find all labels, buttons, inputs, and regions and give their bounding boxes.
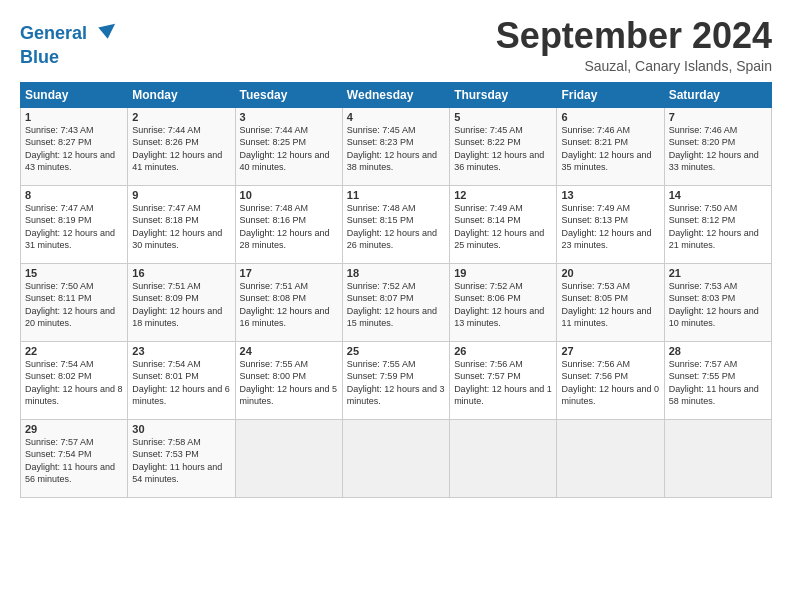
day-sunrise: Sunrise: 7:53 AM xyxy=(561,281,630,291)
calendar-day: 4 Sunrise: 7:45 AM Sunset: 8:23 PM Dayli… xyxy=(342,107,449,185)
calendar-day: 18 Sunrise: 7:52 AM Sunset: 8:07 PM Dayl… xyxy=(342,263,449,341)
day-sunrise: Sunrise: 7:57 AM xyxy=(669,359,738,369)
col-tuesday: Tuesday xyxy=(235,82,342,107)
logo-text: General xyxy=(20,24,87,44)
day-number: 14 xyxy=(669,189,767,201)
day-sunrise: Sunrise: 7:44 AM xyxy=(240,125,309,135)
calendar-day xyxy=(450,419,557,497)
day-sunset: Sunset: 8:01 PM xyxy=(132,371,199,381)
calendar-day: 3 Sunrise: 7:44 AM Sunset: 8:25 PM Dayli… xyxy=(235,107,342,185)
calendar-day: 23 Sunrise: 7:54 AM Sunset: 8:01 PM Dayl… xyxy=(128,341,235,419)
col-monday: Monday xyxy=(128,82,235,107)
day-number: 28 xyxy=(669,345,767,357)
day-sunrise: Sunrise: 7:56 AM xyxy=(561,359,630,369)
svg-marker-0 xyxy=(98,24,115,39)
day-daylight: Daylight: 12 hours and 8 minutes. xyxy=(25,384,123,407)
col-thursday: Thursday xyxy=(450,82,557,107)
day-number: 27 xyxy=(561,345,659,357)
day-sunset: Sunset: 8:13 PM xyxy=(561,215,628,225)
day-daylight: Daylight: 12 hours and 33 minutes. xyxy=(669,150,759,173)
day-sunset: Sunset: 7:55 PM xyxy=(669,371,736,381)
day-sunset: Sunset: 8:15 PM xyxy=(347,215,414,225)
calendar-day: 13 Sunrise: 7:49 AM Sunset: 8:13 PM Dayl… xyxy=(557,185,664,263)
calendar-day: 11 Sunrise: 7:48 AM Sunset: 8:15 PM Dayl… xyxy=(342,185,449,263)
day-sunset: Sunset: 8:20 PM xyxy=(669,137,736,147)
day-sunset: Sunset: 8:26 PM xyxy=(132,137,199,147)
day-sunrise: Sunrise: 7:43 AM xyxy=(25,125,94,135)
day-daylight: Daylight: 12 hours and 10 minutes. xyxy=(669,306,759,329)
day-sunrise: Sunrise: 7:49 AM xyxy=(454,203,523,213)
title-block: September 2024 Sauzal, Canary Islands, S… xyxy=(496,16,772,74)
day-number: 13 xyxy=(561,189,659,201)
day-number: 5 xyxy=(454,111,552,123)
day-number: 4 xyxy=(347,111,445,123)
calendar-table: Sunday Monday Tuesday Wednesday Thursday… xyxy=(20,82,772,498)
day-sunrise: Sunrise: 7:57 AM xyxy=(25,437,94,447)
calendar-day: 17 Sunrise: 7:51 AM Sunset: 8:08 PM Dayl… xyxy=(235,263,342,341)
day-sunrise: Sunrise: 7:54 AM xyxy=(25,359,94,369)
day-sunrise: Sunrise: 7:56 AM xyxy=(454,359,523,369)
day-sunset: Sunset: 7:53 PM xyxy=(132,449,199,459)
calendar-day xyxy=(664,419,771,497)
calendar-day: 26 Sunrise: 7:56 AM Sunset: 7:57 PM Dayl… xyxy=(450,341,557,419)
day-daylight: Daylight: 12 hours and 28 minutes. xyxy=(240,228,330,251)
day-sunset: Sunset: 8:16 PM xyxy=(240,215,307,225)
day-sunset: Sunset: 8:18 PM xyxy=(132,215,199,225)
day-sunrise: Sunrise: 7:54 AM xyxy=(132,359,201,369)
day-number: 17 xyxy=(240,267,338,279)
calendar-week-row: 29 Sunrise: 7:57 AM Sunset: 7:54 PM Dayl… xyxy=(21,419,772,497)
day-number: 12 xyxy=(454,189,552,201)
day-daylight: Daylight: 12 hours and 3 minutes. xyxy=(347,384,445,407)
col-friday: Friday xyxy=(557,82,664,107)
day-sunrise: Sunrise: 7:47 AM xyxy=(25,203,94,213)
logo-icon xyxy=(89,20,117,48)
day-sunset: Sunset: 8:19 PM xyxy=(25,215,92,225)
day-number: 7 xyxy=(669,111,767,123)
day-number: 6 xyxy=(561,111,659,123)
day-sunrise: Sunrise: 7:46 AM xyxy=(561,125,630,135)
day-daylight: Daylight: 12 hours and 1 minute. xyxy=(454,384,552,407)
calendar-day xyxy=(342,419,449,497)
col-saturday: Saturday xyxy=(664,82,771,107)
header-row-days: Sunday Monday Tuesday Wednesday Thursday… xyxy=(21,82,772,107)
day-daylight: Daylight: 11 hours and 56 minutes. xyxy=(25,462,115,485)
day-sunrise: Sunrise: 7:48 AM xyxy=(347,203,416,213)
day-number: 16 xyxy=(132,267,230,279)
day-daylight: Daylight: 12 hours and 35 minutes. xyxy=(561,150,651,173)
day-daylight: Daylight: 12 hours and 43 minutes. xyxy=(25,150,115,173)
day-sunrise: Sunrise: 7:55 AM xyxy=(240,359,309,369)
calendar-day: 24 Sunrise: 7:55 AM Sunset: 8:00 PM Dayl… xyxy=(235,341,342,419)
day-daylight: Daylight: 12 hours and 38 minutes. xyxy=(347,150,437,173)
calendar-day: 28 Sunrise: 7:57 AM Sunset: 7:55 PM Dayl… xyxy=(664,341,771,419)
day-daylight: Daylight: 12 hours and 6 minutes. xyxy=(132,384,230,407)
day-number: 2 xyxy=(132,111,230,123)
day-number: 23 xyxy=(132,345,230,357)
calendar-day: 5 Sunrise: 7:45 AM Sunset: 8:22 PM Dayli… xyxy=(450,107,557,185)
day-sunset: Sunset: 7:59 PM xyxy=(347,371,414,381)
page-container: General Blue September 2024 Sauzal, Cana… xyxy=(0,0,792,508)
day-sunrise: Sunrise: 7:52 AM xyxy=(347,281,416,291)
day-number: 8 xyxy=(25,189,123,201)
day-number: 29 xyxy=(25,423,123,435)
logo-text2: Blue xyxy=(20,48,117,68)
calendar-day: 9 Sunrise: 7:47 AM Sunset: 8:18 PM Dayli… xyxy=(128,185,235,263)
day-number: 3 xyxy=(240,111,338,123)
calendar-day: 29 Sunrise: 7:57 AM Sunset: 7:54 PM Dayl… xyxy=(21,419,128,497)
calendar-day: 16 Sunrise: 7:51 AM Sunset: 8:09 PM Dayl… xyxy=(128,263,235,341)
day-sunset: Sunset: 8:25 PM xyxy=(240,137,307,147)
calendar-day: 2 Sunrise: 7:44 AM Sunset: 8:26 PM Dayli… xyxy=(128,107,235,185)
day-daylight: Daylight: 12 hours and 40 minutes. xyxy=(240,150,330,173)
calendar-day: 21 Sunrise: 7:53 AM Sunset: 8:03 PM Dayl… xyxy=(664,263,771,341)
day-number: 21 xyxy=(669,267,767,279)
day-sunset: Sunset: 8:03 PM xyxy=(669,293,736,303)
day-sunset: Sunset: 7:57 PM xyxy=(454,371,521,381)
day-daylight: Daylight: 12 hours and 41 minutes. xyxy=(132,150,222,173)
day-sunset: Sunset: 8:08 PM xyxy=(240,293,307,303)
day-sunset: Sunset: 8:14 PM xyxy=(454,215,521,225)
day-sunset: Sunset: 8:12 PM xyxy=(669,215,736,225)
day-sunrise: Sunrise: 7:45 AM xyxy=(347,125,416,135)
day-sunset: Sunset: 8:07 PM xyxy=(347,293,414,303)
calendar-day: 7 Sunrise: 7:46 AM Sunset: 8:20 PM Dayli… xyxy=(664,107,771,185)
calendar-day: 22 Sunrise: 7:54 AM Sunset: 8:02 PM Dayl… xyxy=(21,341,128,419)
logo: General Blue xyxy=(20,20,117,68)
